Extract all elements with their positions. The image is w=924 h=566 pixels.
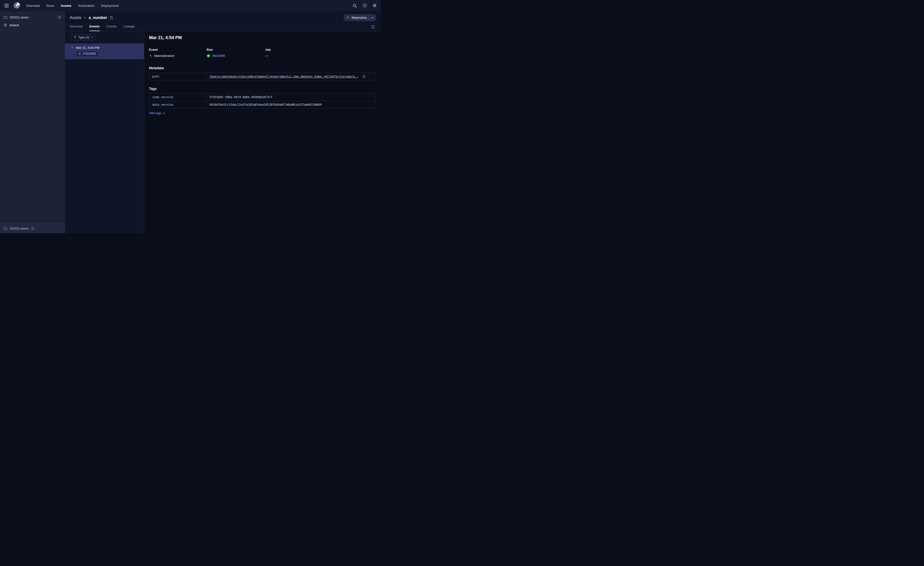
main-panel: Assets a_number: [65, 11, 381, 233]
nav-item-assets[interactable]: Assets: [61, 4, 71, 8]
metadata-path-link[interactable]: /Users/smackesey/stm/code/elementl/exper…: [209, 75, 360, 78]
table-row: path /Users/smackesey/stm/code/elementl/…: [149, 73, 375, 80]
tags-table: code_version 2fd32b85-59be-4d7d-8d6e-943…: [149, 93, 375, 108]
event-summary: Event Materialization Run: [149, 48, 375, 57]
events-list-panel: Type (2) Mar 21, 4:54 PM: [65, 31, 144, 233]
sidebar-footer[interactable]: 250321-dvers: [0, 223, 65, 233]
event-title: Mar 21, 4:54 PM: [149, 35, 375, 40]
type-filter-label: Type (2): [78, 36, 89, 39]
materialization-sparkle-icon: [149, 54, 153, 57]
copy-icon: [363, 75, 366, 78]
event-timestamp: Mar 21, 4:54 PM: [76, 46, 99, 50]
refresh-button[interactable]: [370, 24, 376, 30]
tab-overview[interactable]: Overview: [70, 24, 83, 31]
asset-count-badge: 1: [57, 15, 62, 19]
materialize-button[interactable]: Materialize: [344, 14, 376, 21]
top-nav: Overview Runs Assets Automation Deployme…: [0, 0, 381, 11]
asset-tabs: Overview Events Checks Lineage: [70, 24, 376, 31]
metadata-table: path /Users/smackesey/stm/code/elementl/…: [149, 73, 375, 80]
search-icon: [353, 4, 357, 8]
materialize-dropdown-button[interactable]: [369, 16, 376, 19]
breadcrumb-assets-link[interactable]: Assets: [70, 15, 81, 20]
hamburger-icon: [4, 4, 9, 7]
event-list: Mar 21, 4:54 PM 2fd32b85: [65, 44, 144, 59]
expand-cell[interactable]: [369, 73, 375, 80]
materialization-sparkle-icon: [71, 46, 74, 49]
nav-item-automation[interactable]: Automation: [78, 4, 94, 8]
dagster-logo-icon: [13, 2, 20, 9]
tag-value: 5816d76e51c13dac22e3fa182a654aa2d526fb50…: [209, 103, 321, 106]
dagster-logo[interactable]: [13, 2, 21, 10]
tags-heading: Tags: [149, 87, 375, 90]
run-id-link[interactable]: 2fd32b85: [212, 54, 225, 57]
gear-icon: ⚙: [373, 3, 376, 8]
tag-key: code_version: [149, 93, 206, 101]
breadcrumb: Assets a_number: [70, 15, 114, 20]
filter-funnel-icon: [74, 36, 77, 39]
nav-item-deployment[interactable]: Deployment: [101, 4, 118, 8]
type-filter-button[interactable]: Type (2): [71, 34, 96, 40]
copy-asset-name-button[interactable]: [109, 15, 114, 20]
run-column-label: Run: [207, 48, 265, 51]
sync-icon: [31, 227, 34, 230]
job-value: —: [265, 54, 268, 57]
tab-checks[interactable]: Checks: [106, 24, 117, 31]
refresh-icon: [371, 25, 375, 29]
sparkle-icon: [346, 16, 350, 20]
table-row: code_version 2fd32b85-59be-4d7d-8d6e-943…: [149, 93, 375, 101]
chevron-right-icon: [84, 16, 86, 19]
sidebar-group-label: 250321-dvers: [9, 15, 29, 19]
settings-button[interactable]: ⚙: [372, 3, 377, 8]
nav-item-overview[interactable]: Overview: [26, 4, 40, 8]
primary-nav: Overview Runs Assets Automation Deployme…: [26, 4, 118, 8]
event-type-value: Materialization: [154, 54, 174, 57]
caret-up-icon: ▲: [163, 112, 165, 114]
metadata-key: path: [149, 73, 206, 80]
run-target-icon: [78, 52, 81, 55]
folder-icon: [3, 226, 7, 230]
sidebar-default-label: default: [9, 23, 19, 27]
success-check-icon: [207, 54, 210, 57]
job-column-label: Job: [265, 48, 271, 51]
event-column-label: Event: [149, 48, 207, 51]
tag-key: data_version: [149, 101, 206, 108]
chevron-down-icon: [371, 16, 374, 19]
asset-header: Assets a_number: [65, 11, 381, 31]
help-button[interactable]: ?: [362, 3, 368, 8]
asset-name: a_number: [88, 15, 107, 20]
event-detail-panel: Mar 21, 4:54 PM Event Materialization: [144, 31, 381, 233]
table-row: data_version 5816d76e51c13dac22e3fa182a6…: [149, 101, 375, 108]
tag-value: 2fd32b85-59be-4d7d-8d6e-943b6b3d73cf: [209, 95, 272, 99]
asset-catalog-sidebar: 250321-dvers 1 default 250321-dvers: [0, 11, 65, 233]
sidebar-item-default[interactable]: default: [0, 21, 65, 29]
app-root: Overview Runs Assets Automation Deployme…: [0, 0, 381, 233]
run-id-pill[interactable]: 2fd32b85: [76, 51, 98, 56]
event-list-item[interactable]: Mar 21, 4:54 PM 2fd32b85: [65, 44, 144, 59]
chevron-down-icon: [91, 36, 93, 39]
folder-icon: [3, 15, 7, 19]
copy-icon: [110, 16, 113, 20]
asset-group-icon: [3, 23, 7, 27]
tab-events[interactable]: Events: [89, 24, 100, 31]
tab-lineage[interactable]: Lineage: [123, 24, 135, 31]
top-nav-actions: ? ⚙: [352, 3, 377, 8]
help-icon: ?: [363, 4, 367, 8]
sidebar-footer-label: 250321-dvers: [9, 227, 29, 230]
copy-path-button[interactable]: [362, 74, 366, 79]
hide-tags-link[interactable]: Hide tags ▲: [149, 111, 165, 115]
metadata-heading: Metadata: [149, 66, 375, 70]
materialize-label: Materialize: [351, 16, 367, 20]
hide-tags-label: Hide tags: [149, 111, 162, 115]
search-button[interactable]: [352, 3, 357, 8]
nav-item-runs[interactable]: Runs: [46, 4, 54, 8]
sidebar-item-group[interactable]: 250321-dvers 1: [0, 14, 65, 21]
hamburger-menu-button[interactable]: [3, 3, 10, 8]
run-id-text: 2fd32b85: [82, 52, 96, 56]
